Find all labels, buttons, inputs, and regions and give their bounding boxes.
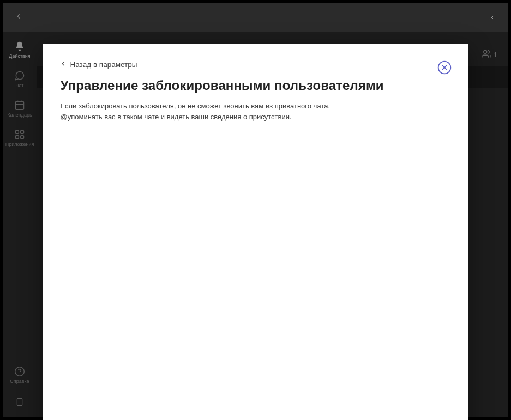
chevron-left-icon: [59, 60, 67, 69]
blocked-users-modal: Назад в параметры Управление заблокирова…: [43, 44, 468, 420]
modal-close-button[interactable]: [436, 59, 453, 76]
close-circle-icon: [437, 60, 452, 75]
modal-title: Управление заблокированными пользователя…: [61, 78, 451, 93]
main-area: Действия Чат Календарь Приложения: [3, 32, 508, 417]
titlebar: [3, 3, 508, 32]
modal-overlay: Назад в параметры Управление заблокирова…: [3, 32, 508, 417]
modal-description: Если заблокировать пользователя, он не с…: [61, 101, 355, 122]
back-to-settings-link[interactable]: Назад в параметры: [59, 60, 137, 69]
window-close-button[interactable]: [480, 5, 504, 29]
back-label: Назад в параметры: [70, 60, 137, 69]
back-nav-icon[interactable]: [15, 13, 22, 22]
titlebar-left: [7, 13, 22, 22]
app-window: Действия Чат Календарь Приложения: [3, 3, 508, 417]
